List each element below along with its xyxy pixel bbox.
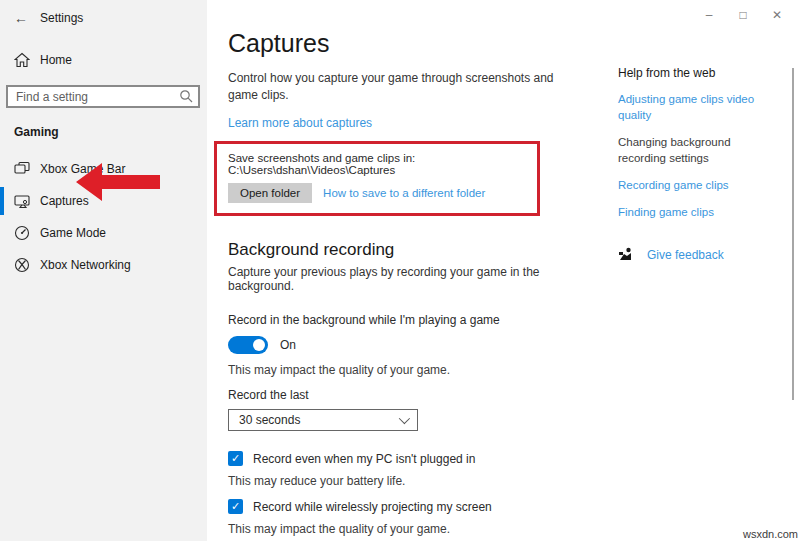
minimize-button[interactable]: – xyxy=(692,4,726,26)
different-folder-link[interactable]: How to save to a different folder xyxy=(323,187,485,199)
chevron-down-icon xyxy=(399,413,410,424)
sidebar-home-label: Home xyxy=(40,53,72,67)
record-background-label: Record in the background while I'm playi… xyxy=(228,313,576,327)
close-button[interactable]: ✕ xyxy=(760,4,794,26)
background-recording-title: Background recording xyxy=(228,240,576,260)
background-recording-subtitle: Capture your previous plays by recording… xyxy=(228,265,576,293)
maximize-button[interactable]: □ xyxy=(726,4,760,26)
save-location-text: Save screenshots and game clips in: C:\U… xyxy=(228,152,537,176)
window-controls: – □ ✕ xyxy=(692,4,794,26)
record-last-select[interactable]: 30 seconds xyxy=(228,409,418,431)
help-column: Help from the web Adjusting game clips v… xyxy=(618,66,780,262)
checkbox-row-plugged: ✓ Record even when my PC isn't plugged i… xyxy=(228,451,576,466)
toggle-note: This may impact the quality of your game… xyxy=(228,363,576,377)
sidebar-item-game-mode[interactable]: Game Mode xyxy=(0,217,207,249)
back-icon[interactable]: ← xyxy=(14,10,40,26)
open-folder-button[interactable]: Open folder xyxy=(228,183,312,203)
annotation-box: Save screenshots and game clips in: C:\U… xyxy=(214,141,540,216)
record-last-label: Record the last xyxy=(228,388,576,402)
captures-icon xyxy=(14,193,30,209)
sidebar-item-home[interactable]: Home xyxy=(0,48,207,72)
give-feedback-link[interactable]: Give feedback xyxy=(647,248,724,262)
quality-note: This may impact the quality of your game… xyxy=(228,522,576,536)
titlebar: ← Settings xyxy=(0,0,207,26)
wireless-projecting-checkbox[interactable]: ✓ xyxy=(228,499,243,514)
sidebar: ← Settings Home Gaming Xbox Game Bar xyxy=(0,0,207,541)
help-text-background-settings: Changing background recording settings xyxy=(618,134,780,166)
background-recording-toggle[interactable] xyxy=(228,336,268,354)
search-input[interactable] xyxy=(6,85,200,108)
feedback-icon xyxy=(618,247,633,262)
settings-window: ← Settings Home Gaming Xbox Game Bar xyxy=(0,0,800,541)
toggle-knob xyxy=(253,339,265,351)
search-box xyxy=(6,85,200,108)
record-last-value: 30 seconds xyxy=(239,413,300,427)
sidebar-item-label: Xbox Networking xyxy=(40,258,131,272)
checkbox-row-projecting: ✓ Record while wirelessly projecting my … xyxy=(228,499,576,514)
feedback-row: Give feedback xyxy=(618,247,780,262)
main-content: Captures Control how you capture your ga… xyxy=(228,0,576,541)
checkbox-label: Record while wirelessly projecting my sc… xyxy=(253,500,492,514)
toggle-row: On xyxy=(228,336,576,354)
pc-not-plugged-checkbox[interactable]: ✓ xyxy=(228,451,243,466)
watermark: wsxdn.com xyxy=(743,528,798,540)
page-title: Captures xyxy=(228,28,576,58)
sidebar-item-xbox-networking[interactable]: Xbox Networking xyxy=(0,249,207,281)
home-icon xyxy=(14,52,30,68)
xbox-networking-icon xyxy=(14,257,30,273)
game-mode-icon xyxy=(14,225,30,241)
annotation-arrow xyxy=(76,163,160,201)
help-link-recording-clips[interactable]: Recording game clips xyxy=(618,177,780,193)
toggle-state-label: On xyxy=(280,338,296,352)
learn-more-link[interactable]: Learn more about captures xyxy=(228,116,372,130)
game-bar-icon xyxy=(14,161,30,177)
app-title: Settings xyxy=(40,11,83,25)
checkbox-label: Record even when my PC isn't plugged in xyxy=(253,452,475,466)
help-link-finding-clips[interactable]: Finding game clips xyxy=(618,204,780,220)
scrollbar-thumb[interactable] xyxy=(792,68,794,400)
help-title: Help from the web xyxy=(618,66,780,80)
sidebar-section-gaming: Gaming xyxy=(14,125,207,139)
search-icon[interactable] xyxy=(179,89,193,103)
help-link-video-quality[interactable]: Adjusting game clips video quality xyxy=(618,91,780,123)
page-intro: Control how you capture your game throug… xyxy=(228,70,580,104)
folder-row: Open folder How to save to a different f… xyxy=(228,183,537,203)
sidebar-item-label: Game Mode xyxy=(40,226,106,240)
battery-note: This may reduce your battery life. xyxy=(228,474,576,488)
